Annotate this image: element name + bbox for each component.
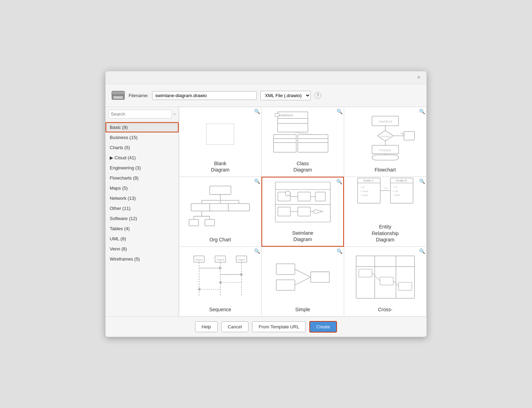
- svg-text:«interface»: «interface»: [279, 114, 294, 117]
- blank-preview: [183, 111, 258, 158]
- sequence-preview: Object Object Object: [183, 250, 258, 304]
- simple-label: Simple: [295, 306, 310, 313]
- svg-line-15: [293, 132, 313, 134]
- filename-input[interactable]: [152, 91, 257, 100]
- svg-marker-92: [197, 287, 200, 291]
- svg-rect-40: [210, 203, 231, 211]
- swimlane-svg: [269, 180, 336, 225]
- svg-marker-86: [219, 267, 222, 270]
- sidebar-item-other[interactable]: Other (11): [106, 203, 179, 213]
- sidebar-item-venn[interactable]: Venn (8): [106, 244, 179, 254]
- template-flowchart[interactable]: 🔍 Start/End Decision Process: [344, 107, 426, 177]
- create-button[interactable]: Create: [309, 321, 337, 333]
- flowchart-preview: Start/End Decision Process Yes No: [348, 111, 423, 164]
- titlebar: ×: [106, 71, 426, 84]
- svg-rect-94: [276, 279, 295, 290]
- cross-svg: [352, 253, 419, 301]
- from-template-url-button[interactable]: From Template URL: [252, 321, 306, 332]
- help-button[interactable]: Help: [195, 321, 218, 332]
- svg-text:+ value: + value: [360, 194, 368, 197]
- svg-text:Start/End: Start/End: [379, 119, 392, 123]
- svg-line-6: [175, 114, 175, 115]
- sidebar-item-engineering[interactable]: Engineering (3): [106, 163, 179, 173]
- simple-svg: [269, 253, 337, 301]
- svg-rect-53: [298, 192, 310, 201]
- sidebar-item-cloud[interactable]: ▶ Cloud (41): [106, 153, 179, 163]
- svg-rect-103: [380, 277, 393, 285]
- cancel-button[interactable]: Cancel: [221, 321, 249, 332]
- header-row: Filename: XML File (.drawio) SVG File (.…: [106, 84, 426, 107]
- dialog: × Filename: XML File (.drawio) SVG File …: [105, 71, 427, 337]
- svg-line-97: [295, 277, 311, 285]
- erd-svg: Entity A + id + name + value Entity B + …: [352, 173, 419, 218]
- filetype-select[interactable]: XML File (.drawio) SVG File (.svg) HTML …: [260, 91, 311, 100]
- svg-rect-32: [372, 155, 398, 160]
- sidebar-item-uml[interactable]: UML (8): [106, 234, 179, 244]
- class-diagram-svg: «interface»: [269, 109, 337, 155]
- svg-text:Entity A: Entity A: [364, 179, 374, 182]
- orgchart-label: Org Chart: [209, 236, 231, 243]
- search-input[interactable]: [108, 110, 172, 118]
- template-blank[interactable]: 🔍 BlankDiagram: [179, 107, 261, 177]
- svg-rect-54: [315, 192, 325, 201]
- swimlane-label: SwimlaneDiagram: [292, 230, 314, 242]
- content-area: 🔍 BlankDiagram 🔍: [179, 107, 426, 316]
- svg-rect-58: [298, 207, 310, 216]
- sidebar-item-charts[interactable]: Charts (5): [106, 143, 179, 153]
- blank-label: BlankDiagram: [211, 160, 230, 173]
- erd-label: EntityRelationshipDiagram: [372, 224, 398, 243]
- template-sequence[interactable]: 🔍 Object Object Object: [179, 247, 261, 316]
- svg-rect-41: [228, 203, 250, 211]
- svg-rect-93: [276, 264, 295, 274]
- svg-text:Decision: Decision: [380, 135, 390, 138]
- svg-text:+ name: + name: [360, 190, 368, 193]
- sidebar-item-flowcharts[interactable]: Flowcharts (9): [106, 173, 179, 183]
- template-cross[interactable]: 🔍 Cros: [344, 247, 426, 316]
- svg-rect-46: [189, 219, 198, 226]
- sidebar: Basic (9) Business (15) Charts (5) ▶ Clo…: [106, 107, 179, 316]
- svg-rect-16: [273, 135, 296, 153]
- svg-text:Object: Object: [195, 258, 203, 261]
- svg-marker-90: [218, 281, 221, 284]
- template-class[interactable]: 🔍 «interface»: [261, 107, 344, 177]
- disk-icon: [111, 88, 125, 102]
- svg-rect-12: [298, 135, 328, 153]
- sidebar-item-business[interactable]: Business (15): [106, 132, 179, 143]
- svg-text:+ date: + date: [393, 194, 400, 197]
- svg-line-96: [295, 269, 311, 277]
- sidebar-item-software[interactable]: Software (12): [106, 213, 179, 224]
- orgchart-svg: [187, 183, 254, 231]
- footer: Help Cancel From Template URL Create: [106, 316, 426, 337]
- svg-text:Object: Object: [216, 258, 224, 261]
- sidebar-item-tables[interactable]: Tables (4): [106, 224, 179, 234]
- svg-text:+ id: + id: [360, 186, 364, 189]
- template-erd[interactable]: 🔍 Entity A + id + name + value Entity B: [344, 177, 426, 247]
- svg-text:1:n: 1:n: [384, 187, 388, 190]
- svg-rect-104: [398, 282, 412, 290]
- class-label: ClassDiagram: [294, 160, 312, 173]
- swimlane-preview: [266, 177, 340, 227]
- sidebar-item-basic[interactable]: Basic (9): [106, 122, 179, 132]
- svg-text:No: No: [402, 133, 405, 136]
- sidebar-list: Basic (9) Business (15) Charts (5) ▶ Clo…: [106, 122, 179, 316]
- simple-preview: [265, 250, 340, 304]
- sidebar-item-maps[interactable]: Maps (5): [106, 183, 179, 193]
- sidebar-item-network[interactable]: Network (13): [106, 193, 179, 203]
- svg-text:Process: Process: [380, 148, 391, 152]
- template-swimlane[interactable]: 🔍: [261, 177, 344, 247]
- class-preview: «interface»: [265, 107, 340, 157]
- search-wrapper: [106, 107, 179, 122]
- search-icon: [173, 111, 176, 117]
- svg-text:Object: Object: [238, 258, 246, 261]
- sidebar-item-wireframes[interactable]: Wireframes (5): [106, 254, 179, 264]
- template-orgchart[interactable]: 🔍: [179, 177, 261, 247]
- close-button[interactable]: ×: [415, 74, 422, 81]
- filename-label: Filename:: [129, 93, 149, 98]
- template-simple[interactable]: 🔍 Simple: [261, 247, 344, 316]
- svg-rect-33: [210, 186, 231, 194]
- svg-rect-102: [359, 269, 372, 277]
- flowchart-svg: Start/End Decision Process Yes No: [352, 114, 419, 161]
- svg-point-52: [285, 191, 290, 196]
- cross-preview: [348, 250, 423, 304]
- help-icon-circle[interactable]: ?: [314, 92, 321, 99]
